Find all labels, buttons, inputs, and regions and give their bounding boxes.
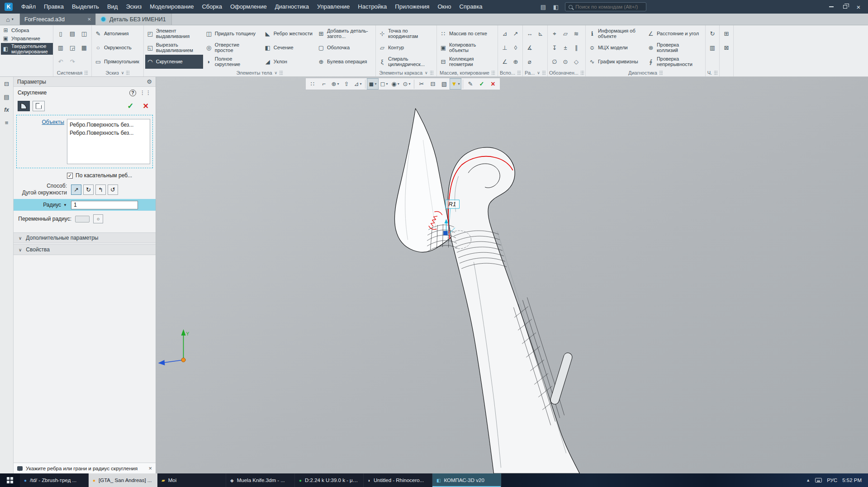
menu-item[interactable]: Справка (455, 0, 487, 14)
angular-dimension-icon[interactable]: ∡ (527, 44, 532, 51)
layers-icon[interactable]: ▤ (4, 94, 9, 100)
full-fillet-button[interactable]: ◗ Полное скругление (204, 55, 262, 69)
chevron-down-icon[interactable]: ▼ (63, 203, 67, 207)
redo-icon[interactable]: ↷ (70, 58, 75, 65)
menu-icon[interactable]: ≡ (5, 119, 9, 126)
curvature-graph-button[interactable]: ∿ График кривизны (587, 55, 645, 69)
app-logo-icon[interactable]: K (5, 3, 13, 11)
snap-grid-icon[interactable]: ∷ ▾ (307, 79, 318, 89)
fillet-button[interactable]: ◠ Скругление (145, 55, 203, 69)
menu-item[interactable]: Приложения (391, 0, 433, 14)
drawing-icon[interactable]: ↻ (710, 30, 715, 37)
help-icon[interactable]: ? (129, 90, 136, 96)
wireframe-mode-icon[interactable]: ◻ ▾ (379, 79, 389, 89)
tab-close-icon[interactable]: × (87, 16, 91, 23)
hide-plane-icon[interactable]: ⊟ ▾ (427, 79, 438, 89)
menu-item[interactable]: Сборка (198, 0, 226, 14)
sketch-plane-icon[interactable]: ⌐ ▾ (318, 79, 329, 89)
ribbon-group-label[interactable]: Ч. (707, 69, 718, 76)
section-additional-params[interactable]: ∨ Дополнительные параметры (14, 232, 156, 243)
variable-radius-button[interactable]: ○ (93, 214, 103, 223)
autoline-button[interactable]: ✎ Автолиния (93, 27, 142, 41)
menu-item[interactable]: Моделирование (146, 0, 198, 14)
ribbon-group-label[interactable]: Диагностика (587, 69, 704, 76)
print-icon[interactable]: ▥ (58, 44, 63, 51)
taskbar-item-muela[interactable]: ◆ Muela Knife.3dm - ... (226, 473, 295, 487)
taskbar-item-browser[interactable]: ● /td/ - Zbrush-тред ... (20, 473, 89, 487)
hide-objects-icon[interactable]: ◉ ▾ (390, 79, 401, 89)
section-button[interactable]: ◧ Сечение (263, 41, 315, 55)
search-input[interactable] (575, 4, 643, 9)
cancel-icon[interactable]: × ▾ (488, 79, 498, 89)
close-button[interactable]: × (852, 0, 865, 14)
undo-icon[interactable]: ↶ (58, 58, 63, 65)
leader-icon[interactable]: ↧ (552, 44, 557, 51)
insert-part-button[interactable]: ⊞ Добавить деталь-загото... (316, 27, 374, 41)
distance-angle-button[interactable]: ∠ Расстояние и угол (646, 27, 704, 41)
options-tree-icon[interactable]: ⋮⋮ (140, 90, 152, 96)
taskbar-item-kompas[interactable]: ◧ КОМПАС-3D v20 (432, 473, 501, 487)
zoom-icon[interactable]: ⊕ ▾ (330, 79, 341, 89)
drag-handle-icon[interactable] (542, 71, 545, 75)
continuity-check-button[interactable]: ∮ Проверка непрерывности (646, 55, 704, 69)
confirm-button[interactable]: ✓ (127, 101, 133, 111)
rectangle-button[interactable]: ▭ Прямоугольник (93, 55, 142, 69)
contour-button[interactable]: ▱ Контур (377, 41, 435, 55)
model-scene[interactable]: R1 Y (156, 77, 868, 473)
boolean-button[interactable]: ⊕ Булева операция (316, 55, 374, 69)
cut-extrude-button[interactable]: ◱ Вырезать выдавливанием (145, 41, 203, 55)
drag-handle-icon[interactable] (581, 71, 584, 75)
appearance-icon[interactable]: ▧ ▾ (439, 79, 450, 89)
point-by-coordinates-button[interactable]: ⊹ Точка по координатам (377, 27, 435, 41)
display-mode-icon[interactable]: ◼ ▾ (367, 79, 378, 89)
normal-to-icon[interactable]: ⇧ ▾ (341, 79, 352, 89)
mode-assembly[interactable]: ⊞ Сборка (1, 27, 53, 34)
rolling-ball-method-button[interactable]: ↻ (83, 184, 94, 195)
sheet-icon[interactable]: ▥ (710, 44, 715, 51)
rib-button[interactable]: ◣ Ребро жесткости (263, 27, 315, 41)
variable-radius-toggle[interactable] (75, 216, 90, 222)
drag-handle-icon[interactable] (517, 71, 521, 75)
menu-item[interactable]: Правка (40, 0, 68, 14)
gear-icon[interactable]: ⚙ (147, 78, 152, 85)
shell-button[interactable]: ▢ Оболочка (316, 41, 374, 55)
save-icon[interactable]: ◫ (81, 30, 87, 37)
orientation-icon[interactable]: ⊿ ▾ (352, 79, 363, 89)
menu-item[interactable]: Файл (17, 0, 40, 14)
filter-icon[interactable]: ▼ ▾ (450, 79, 461, 89)
copy-objects-button[interactable]: ▣ Копировать объекты (438, 41, 496, 55)
menu-item[interactable]: Оформление (226, 0, 271, 14)
diameter-dimension-icon[interactable]: ⌀ (528, 58, 531, 65)
collision-check-button[interactable]: ⊗ Проверка коллизий (646, 41, 704, 55)
taskbar-item-gta[interactable]: ● [GTA_ San Andreas] ... (89, 473, 157, 487)
extrude-boss-button[interactable]: ◰ Элемент выдавливания (145, 27, 203, 41)
command-search[interactable] (565, 2, 646, 11)
geometry-collection-button[interactable]: ⊟ Коллекция геометрии (438, 55, 496, 69)
start-button[interactable] (0, 473, 20, 487)
interface-settings-icon[interactable]: ◧ (550, 4, 561, 10)
drag-handle-icon[interactable] (492, 71, 495, 75)
cylindrical-spiral-button[interactable]: ξ Спираль цилиндрическ... (377, 55, 435, 69)
minimize-button[interactable] (825, 0, 838, 14)
setback-method-button[interactable]: ↰ (95, 184, 106, 195)
chamfer-mode-button[interactable] (33, 101, 45, 111)
variables-icon[interactable]: fx (4, 107, 9, 113)
vector-icon[interactable]: ↗ (513, 30, 518, 37)
panel-settings-icon[interactable]: ⊠ (724, 44, 729, 51)
menu-item[interactable]: Вид (103, 0, 122, 14)
mass-properties-button[interactable]: ≎ МЦХ модели (587, 41, 645, 55)
windows-layout-icon[interactable]: ▤ (538, 4, 549, 10)
restore-button[interactable] (838, 0, 852, 14)
confirm-icon[interactable]: ✓ ▾ (476, 79, 487, 89)
fillet-mode-button[interactable] (18, 101, 30, 111)
menu-item[interactable]: Эскиз (122, 0, 146, 14)
circle-button[interactable]: ○ Окружность (93, 41, 142, 55)
menu-item[interactable]: Управление (313, 0, 354, 14)
construction-axis-icon[interactable]: ⊿ (503, 30, 508, 37)
thicken-button[interactable]: ◫ Придать толщину (204, 27, 262, 41)
taskbar-item-rhino[interactable]: ◗ Untitled - Rhinocero... (364, 473, 432, 487)
ribbon-group-label[interactable]: Обозначен... (549, 69, 584, 76)
print-preview-icon[interactable]: ◲ (70, 44, 75, 51)
section-view-icon[interactable]: ✂ ▾ (416, 79, 427, 89)
linear-dimension-icon[interactable]: ↔ (526, 30, 532, 37)
